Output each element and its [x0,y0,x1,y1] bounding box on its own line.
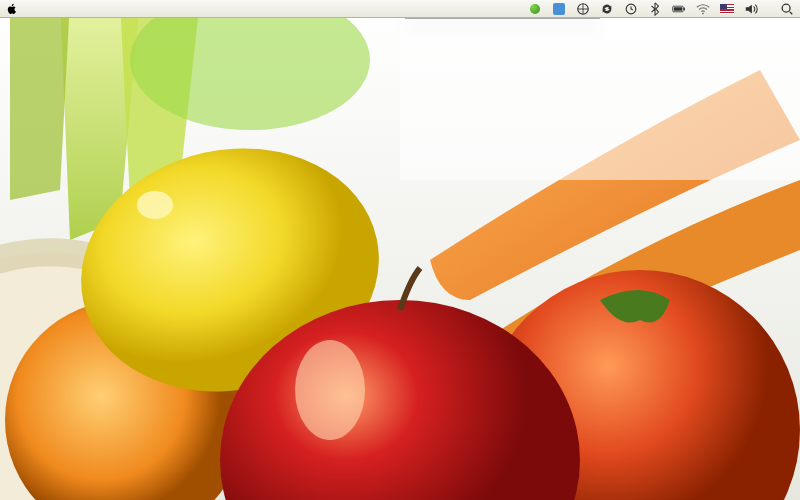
status-dot-green-icon[interactable] [528,2,542,16]
menu-edit[interactable] [58,7,74,11]
spotlight-icon[interactable] [780,2,794,16]
input-flag-icon[interactable] [720,2,734,16]
svg-rect-12 [684,7,685,10]
svg-point-7 [295,340,365,440]
menu-file[interactable] [42,7,58,11]
sync-icon[interactable] [600,2,614,16]
battery-icon[interactable] [672,2,686,16]
menubar [0,0,800,18]
menu-window[interactable] [106,7,122,11]
network-status-icon[interactable] [576,2,590,16]
apple-menu-icon[interactable] [6,3,18,15]
svg-point-14 [702,12,704,14]
menubar-left [6,3,138,15]
bluetooth-icon[interactable] [648,2,662,16]
desktop-wallpaper [0,0,800,500]
volume-icon[interactable] [744,2,758,16]
network-status-popup [405,18,600,19]
timemachine-icon[interactable] [624,2,638,16]
svg-rect-8 [400,0,800,180]
svg-rect-13 [674,7,682,11]
svg-point-4 [137,191,173,219]
dropbox-icon[interactable] [552,2,566,16]
wifi-icon[interactable] [696,2,710,16]
menu-go[interactable] [90,7,106,11]
menu-help[interactable] [122,7,138,11]
menu-view[interactable] [74,7,90,11]
menubar-app-name[interactable] [26,7,42,11]
svg-point-15 [782,4,790,12]
menubar-right [528,2,794,16]
